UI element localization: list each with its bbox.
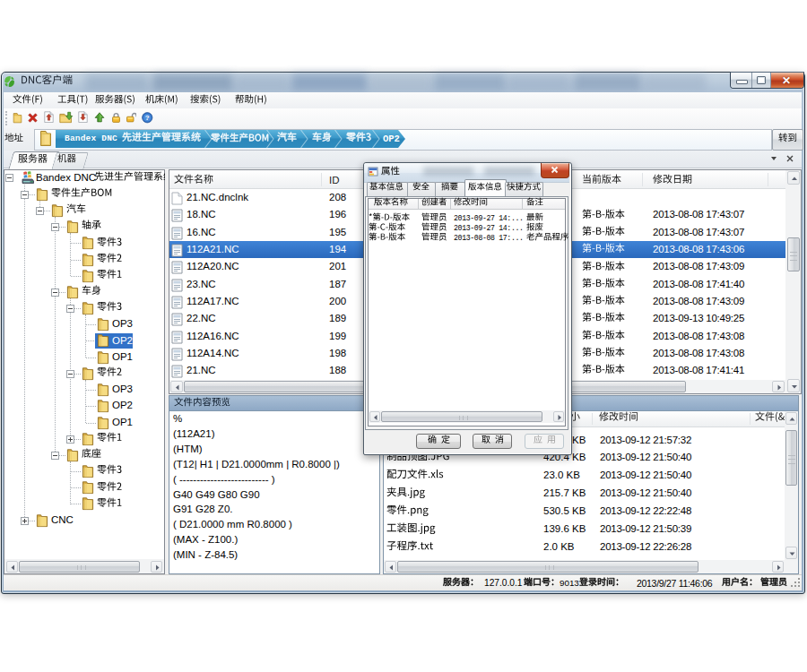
svg-text:?: ? [145,114,150,122]
